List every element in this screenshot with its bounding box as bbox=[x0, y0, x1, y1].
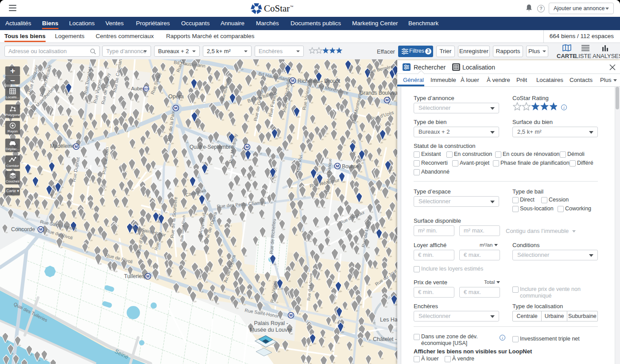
svg-text:M: M bbox=[291, 78, 294, 83]
svg-text:Opéra: Opéra bbox=[168, 93, 184, 100]
svg-text:Bourse: Bourse bbox=[342, 163, 359, 170]
svg-text:Palais Royal -: Palais Royal - bbox=[254, 320, 288, 326]
svg-text:RER: RER bbox=[143, 87, 150, 90]
svg-text:Auber: Auber bbox=[131, 86, 144, 91]
svg-text:Quatre-Septembre: Quatre-Septembre bbox=[190, 144, 234, 150]
svg-text:Richelieu - Drouot: Richelieu - Drouot bbox=[298, 78, 341, 84]
svg-text:M: M bbox=[39, 227, 43, 232]
svg-text:Tuileries: Tuileries bbox=[124, 273, 145, 279]
svg-text:M: M bbox=[146, 274, 150, 279]
svg-text:Concorde: Concorde bbox=[11, 226, 35, 232]
svg-text:M: M bbox=[385, 98, 389, 102]
svg-text:M: M bbox=[74, 144, 78, 149]
svg-text:M: M bbox=[289, 313, 293, 318]
svg-text:M: M bbox=[245, 145, 249, 149]
svg-text:Musée du Louvre: Musée du Louvre bbox=[250, 327, 293, 333]
svg-text:Châtelet - L: Châtelet - L bbox=[373, 336, 401, 342]
svg-text:M: M bbox=[336, 164, 339, 168]
svg-text:Grands Bouleva: Grands Bouleva bbox=[360, 90, 398, 96]
svg-text:Madeleine: Madeleine bbox=[50, 143, 75, 149]
svg-text:M: M bbox=[174, 106, 178, 110]
